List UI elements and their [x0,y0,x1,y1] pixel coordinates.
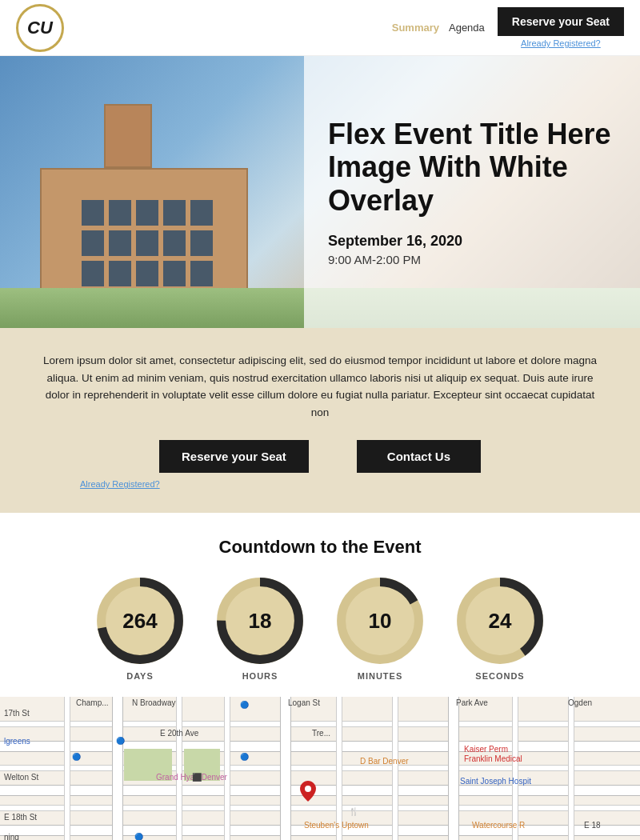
countdown-label: MINUTES [358,671,403,681]
map-label-greens: lgreens [4,737,30,746]
road-h6 [0,805,640,811]
map-label-franklin: Franklin Medical [464,754,522,763]
circle-value: 10 [369,609,392,634]
map-label-dbar: D Bar Denver [360,757,409,766]
countdown-label: SECONDS [475,671,524,681]
logo-text: CU [27,18,53,38]
header: CU Summary Agenda Reserve your Seat Alre… [0,0,640,56]
description-text: Lorem ipsum dolor sit amet, consectetur … [40,352,600,421]
svg-point-12 [305,786,311,792]
map-icon-h2: 🔵 [72,753,81,761]
map-label-kaiser: Kaiser Perm [464,745,508,754]
road-v7 [392,697,398,840]
countdown-label: DAYS [126,671,154,681]
road-v2 [112,697,123,840]
reserve-seat-button-header[interactable]: Reserve your Seat [498,7,624,36]
map-label-18th: E 18th St [4,813,37,822]
countdown-label: HOURS [242,671,278,681]
building-windows [82,200,213,286]
countdown-title: Countdown to the Event [16,537,624,558]
road-h1 [0,741,640,752]
road-h2 [0,785,640,796]
road-v8 [448,697,459,840]
map-icon-h5: 🔵 [240,701,249,709]
road-v4 [224,697,230,840]
map-icon-pink: ⬛ [192,773,202,782]
map-label-e18: E 18 [584,821,601,830]
hero-section: Flex Event Title Here Image With White O… [0,56,640,328]
countdown-item-seconds: 24 SECONDS [456,577,544,681]
countdown-section: Countdown to the Event 264 DAYS 18 [0,513,640,697]
hero-building-illustration [16,120,288,296]
circle-container: 18 [216,577,304,665]
cta-buttons: Reserve your Seat Contact Us [40,440,600,473]
already-registered-main[interactable]: Already Registered? [80,479,600,489]
nav-links: Summary Agenda [392,22,485,34]
map-label-stjoseph: Saint Joseph Hospit [460,777,531,786]
map-label-ogden: Ogden [568,698,592,707]
map-label-welton: Welton St [4,773,38,782]
reserve-seat-button-main[interactable]: Reserve your Seat [159,440,309,473]
map-icon-h3: 🔵 [134,833,143,840]
nav-summary[interactable]: Summary [392,22,439,34]
map-pin [300,781,316,802]
map-icon-h1: 🔵 [116,737,125,745]
nav-area: Summary Agenda Reserve your Seat Already… [392,7,624,48]
road-v5 [280,697,291,840]
countdown-item-minutes: 10 MINUTES [336,577,424,681]
road-v9 [512,697,518,840]
hero-time: 9:00 AM-2:00 PM [328,253,616,266]
map-label-park: Park Ave [456,698,488,707]
road-h5 [0,765,640,771]
map-label-trev: Tre... [312,729,330,738]
circle-container: 10 [336,577,424,665]
hero-overlay: Flex Event Title Here Image With White O… [304,56,640,328]
building-main [40,168,248,296]
map-label-logan: Logan St [288,698,320,707]
circle-container: 264 [96,577,184,665]
map-icon-rest1: 🍴 [349,807,358,816]
map-label-steuben: Steuben's Uptown [304,821,369,830]
circle-container: 24 [456,577,544,665]
countdown-item-days: 264 DAYS [96,577,184,681]
circle-value: 264 [122,609,157,634]
map-label-champ: Champ... [76,698,109,707]
description-section: Lorem ipsum dolor sit amet, consectetur … [0,328,640,513]
countdown-circles: 264 DAYS 18 HOURS 10 [16,577,624,681]
road-v10 [568,697,574,840]
header-reserve-area: Reserve your Seat Already Registered? [498,7,624,48]
circle-value: 18 [249,609,272,634]
map-label-17th: 17th St [4,709,30,718]
map-label-watercourse: Watercourse R [472,821,525,830]
road-v6 [336,697,342,840]
countdown-item-hours: 18 HOURS [216,577,304,681]
map-label-ning: ning [4,833,19,840]
nav-agenda[interactable]: Agenda [449,22,485,34]
map-label-20thave: E 20th Ave [160,729,198,738]
road-v1 [64,697,70,840]
reserve-area-main: Reserve your Seat [159,440,309,473]
map-icon-h4: 🔵 [240,753,249,761]
logo-circle: CU [16,4,64,52]
hero-title: Flex Event Title Here Image With White O… [328,118,616,217]
contact-us-button[interactable]: Contact Us [357,440,481,473]
road-v3 [176,697,182,840]
map-section: 17th St Welton St E 18th St E 17th St N … [0,697,640,840]
road-h4 [0,721,640,727]
map-label-broadway: N Broadway [132,698,175,707]
hero-date: September 16, 2020 [328,233,616,250]
logo-container: CU [16,4,64,52]
circle-value: 24 [489,609,512,634]
already-registered-header[interactable]: Already Registered? [498,38,624,48]
building-tower [104,104,152,168]
